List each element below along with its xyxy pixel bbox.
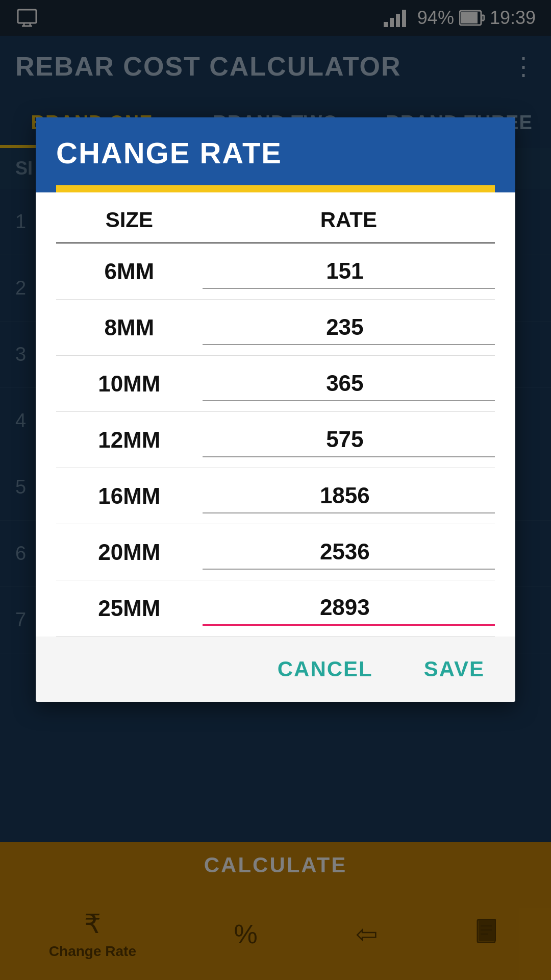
size-label-12mm: 12MM (56, 427, 203, 453)
rate-row-8mm: 8MM (56, 300, 495, 356)
size-label-8mm: 8MM (56, 315, 203, 340)
cancel-button[interactable]: CANCEL (267, 652, 383, 687)
rate-field-25mm[interactable] (203, 591, 495, 626)
rate-input-6mm[interactable] (203, 254, 495, 289)
size-label-10mm: 10MM (56, 371, 203, 397)
rate-row-25mm: 25MM (56, 580, 495, 636)
rate-row-16mm: 16MM (56, 468, 495, 524)
rate-field-10mm[interactable] (203, 366, 495, 401)
rate-field-16mm[interactable] (203, 479, 495, 513)
dialog-body: SIZE RATE 6MM 8MM 10MM 12MM (36, 192, 515, 636)
rate-row-12mm: 12MM (56, 412, 495, 468)
rate-input-8mm[interactable] (203, 310, 495, 345)
rate-input-25mm[interactable] (203, 591, 495, 626)
dialog-header-accent (56, 185, 495, 192)
rate-row-20mm: 20MM (56, 524, 495, 580)
rate-field-12mm[interactable] (203, 423, 495, 457)
rate-row-6mm: 6MM (56, 243, 495, 300)
col-size-header: SIZE (56, 208, 203, 232)
rate-input-20mm[interactable] (203, 535, 495, 570)
rate-input-10mm[interactable] (203, 366, 495, 401)
rate-input-12mm[interactable] (203, 423, 495, 457)
dialog-table-header: SIZE RATE (56, 192, 495, 243)
rate-row-10mm: 10MM (56, 356, 495, 412)
rate-field-8mm[interactable] (203, 310, 495, 345)
rate-field-20mm[interactable] (203, 535, 495, 570)
rate-input-16mm[interactable] (203, 479, 495, 513)
size-label-16mm: 16MM (56, 483, 203, 509)
dialog-footer: CANCEL SAVE (36, 636, 515, 702)
size-label-25mm: 25MM (56, 596, 203, 621)
size-label-20mm: 20MM (56, 540, 203, 565)
save-button[interactable]: SAVE (414, 652, 495, 687)
dialog-title: CHANGE RATE (56, 136, 495, 185)
dialog-header: CHANGE RATE (36, 117, 515, 192)
size-label-6mm: 6MM (56, 259, 203, 284)
rate-field-6mm[interactable] (203, 254, 495, 289)
change-rate-dialog: CHANGE RATE SIZE RATE 6MM 8MM 10MM (36, 117, 515, 702)
col-rate-header: RATE (203, 208, 495, 232)
